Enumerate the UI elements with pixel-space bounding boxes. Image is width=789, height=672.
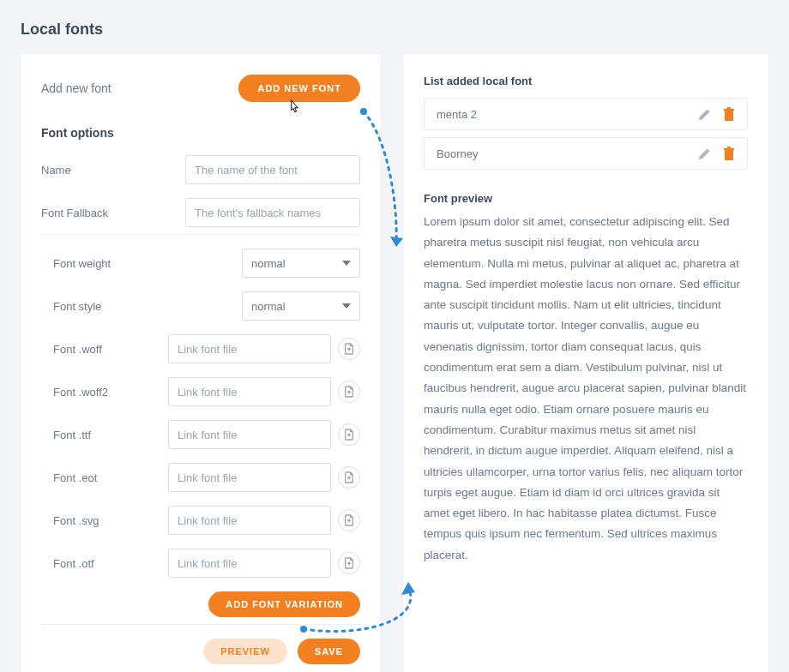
font-file-input[interactable] <box>168 549 331 578</box>
font-item-name: Boorney <box>437 147 478 160</box>
font-file-row: Font .svg <box>53 506 360 535</box>
file-picker-icon[interactable] <box>338 466 360 489</box>
font-file-input[interactable] <box>168 420 331 449</box>
font-options-card: Add new font ADD NEW FONT Font options N… <box>21 54 381 672</box>
font-file-label: Font .eot <box>53 471 168 484</box>
divider <box>41 234 360 235</box>
file-picker-icon[interactable] <box>338 381 360 403</box>
font-fallback-input[interactable] <box>185 198 360 227</box>
font-name-input[interactable] <box>185 155 360 184</box>
page-title: Local fonts <box>21 21 768 39</box>
save-button[interactable]: SAVE <box>298 639 360 664</box>
list-heading: List added local font <box>424 75 748 87</box>
file-picker-icon[interactable] <box>338 552 360 574</box>
font-file-input[interactable] <box>168 334 331 363</box>
font-file-row: Font .woff <box>53 334 360 363</box>
font-item-name: menta 2 <box>437 108 477 121</box>
cursor-pointer-icon <box>286 99 302 114</box>
font-file-row: Font .otf <box>53 549 360 578</box>
font-preview-body: Lorem ipsum dolor sit amet, consectetur … <box>424 212 748 566</box>
delete-icon[interactable] <box>723 147 735 160</box>
font-file-row: Font .woff2 <box>53 377 360 406</box>
name-label: Name <box>41 164 185 177</box>
font-weight-label: Font weight <box>53 257 168 270</box>
font-file-label: Font .otf <box>53 557 168 570</box>
font-file-label: Font .woff2 <box>53 386 168 399</box>
font-style-select[interactable]: normal <box>242 291 360 321</box>
font-list-item: Boorney <box>424 137 748 170</box>
edit-icon[interactable] <box>698 108 711 121</box>
font-file-input[interactable] <box>168 377 331 406</box>
font-file-row: Font .eot <box>53 463 360 492</box>
add-font-label: Add new font <box>41 81 111 95</box>
preview-button[interactable]: PREVIEW <box>203 639 287 664</box>
font-file-input[interactable] <box>168 463 331 492</box>
font-weight-select[interactable]: normal <box>242 249 360 278</box>
font-file-label: Font .svg <box>53 514 168 527</box>
divider <box>41 624 360 625</box>
font-style-label: Font style <box>53 300 168 313</box>
font-options-heading: Font options <box>41 126 360 140</box>
preview-card: List added local font menta 2 Boorney Fo… <box>403 54 768 672</box>
font-preview-heading: Font preview <box>424 192 748 205</box>
font-list-item: menta 2 <box>424 98 748 130</box>
delete-icon[interactable] <box>723 107 735 121</box>
font-file-label: Font .ttf <box>53 429 168 441</box>
edit-icon[interactable] <box>698 147 711 160</box>
add-font-variation-button[interactable]: ADD FONT VARIATION <box>208 591 360 617</box>
file-picker-icon[interactable] <box>338 509 360 531</box>
font-file-row: Font .ttf <box>53 420 360 449</box>
file-picker-icon[interactable] <box>338 338 360 360</box>
font-file-label: Font .woff <box>53 343 168 356</box>
font-file-input[interactable] <box>168 506 331 535</box>
fallback-label: Font Fallback <box>41 207 185 219</box>
file-picker-icon[interactable] <box>338 423 360 446</box>
